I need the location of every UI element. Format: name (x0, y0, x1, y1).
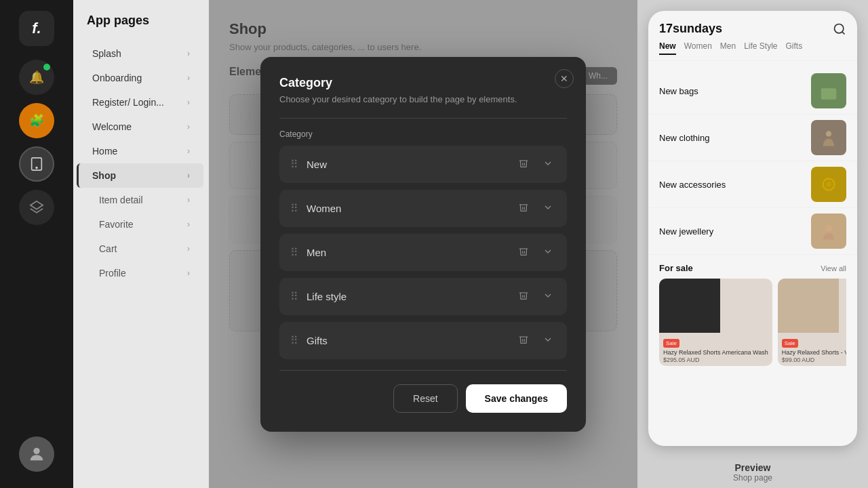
chevron-right-icon: › (187, 195, 190, 205)
drag-icon[interactable]: ⠿ (290, 334, 298, 347)
layers-icon[interactable] (19, 190, 54, 225)
product-thumbnail (811, 167, 846, 202)
sidebar-item-welcome[interactable]: Welcome › (79, 115, 203, 139)
product-name: New clothing (659, 133, 709, 143)
svg-point-6 (835, 24, 844, 33)
expand-category-button[interactable] (540, 155, 556, 174)
delete-category-button[interactable] (515, 243, 532, 262)
product-row-accessories: New accessories (648, 161, 857, 208)
delete-category-button[interactable] (515, 155, 532, 174)
chevron-right-icon: › (187, 98, 190, 107)
sidebar-item-shop[interactable]: Shop › (77, 163, 203, 188)
sidebar-item-item-detail[interactable]: Item detail › (79, 188, 203, 212)
sidebar-item-profile[interactable]: Profile › (79, 261, 203, 285)
phone-content: New bags New clothing (648, 61, 857, 446)
phone-nav-new[interactable]: New (659, 41, 676, 55)
modal-footer-divider (279, 370, 567, 371)
phone-header: 17sundays (648, 11, 857, 41)
tablet-icon[interactable] (19, 146, 54, 182)
puzzle-icon[interactable]: 🧩 (19, 103, 54, 138)
preview-panel: 17sundays New Women Men Life Style Gifts… (637, 0, 868, 488)
category-label: Women (307, 203, 341, 214)
expand-category-button[interactable] (540, 287, 556, 306)
sidebar-item-cart[interactable]: Cart › (79, 237, 203, 261)
svg-rect-8 (821, 88, 837, 100)
product-row-jewellery: New jewellery (648, 208, 857, 255)
drag-icon[interactable]: ⠿ (290, 246, 298, 259)
product-name: New jewellery (659, 226, 713, 237)
main-area: App pages Splash › Onboarding › Register… (73, 0, 868, 488)
product-row-clothing: New clothing (648, 115, 857, 161)
app-logo[interactable]: f. (19, 11, 54, 46)
expand-category-button[interactable] (540, 199, 556, 218)
expand-category-button[interactable] (540, 243, 556, 262)
sale-badge: Sale (782, 339, 798, 348)
category-label: New (307, 159, 327, 170)
phone-navigation: New Women Men Life Style Gifts (648, 41, 857, 61)
phone-nav-gifts[interactable]: Gifts (786, 41, 803, 55)
modal-subtitle: Choose your desired category to build th… (279, 94, 567, 104)
for-sale-title: For sale (659, 263, 693, 273)
phone-nav-women[interactable]: Women (684, 41, 712, 55)
for-sale-section: For sale View all Sale Hazy Relaxed Shor… (648, 255, 857, 370)
view-all-link[interactable]: View all (821, 264, 846, 272)
sidebar: f. 🔔 🧩 (0, 0, 73, 488)
drag-icon[interactable]: ⠿ (290, 158, 298, 171)
product-card: Sale Hazy Relaxed Shorts - Vintage Black… (778, 279, 846, 366)
svg-line-7 (842, 31, 845, 34)
modal-section-label: Category (279, 129, 567, 139)
sidebar-item-home[interactable]: Home › (79, 139, 203, 163)
delete-category-button[interactable] (515, 331, 532, 350)
category-item-new: ⠿ New (279, 146, 567, 183)
sidebar-item-register[interactable]: Register/ Login... › (79, 90, 203, 115)
drag-icon[interactable]: ⠿ (290, 290, 298, 303)
svg-point-11 (826, 182, 831, 187)
svg-point-3 (33, 448, 39, 454)
preview-label: Preview Shop page (637, 457, 868, 488)
phone-nav-lifestyle[interactable]: Life Style (744, 41, 777, 55)
svg-point-12 (825, 225, 832, 232)
category-modal: ✕ Category Choose your desired category … (260, 57, 586, 432)
preview-title: Preview (643, 462, 863, 473)
drag-icon[interactable]: ⠿ (290, 202, 298, 215)
category-label: Life style (307, 291, 347, 302)
category-label: Gifts (307, 335, 328, 346)
product-thumbnail (811, 214, 846, 249)
nav-panel-title: App pages (73, 14, 209, 28)
user-avatar[interactable] (19, 436, 54, 472)
modal-title: Category (279, 76, 567, 90)
nav-panel: App pages Splash › Onboarding › Register… (73, 0, 209, 488)
sale-badge: Sale (663, 339, 679, 348)
svg-marker-2 (31, 201, 43, 209)
product-card: Sale Hazy Relaxed Shorts Americana Wash … (659, 279, 772, 366)
product-cards: Sale Hazy Relaxed Shorts Americana Wash … (659, 279, 846, 366)
sidebar-item-splash[interactable]: Splash › (79, 41, 203, 66)
sidebar-item-favorite[interactable]: Favorite › (79, 212, 203, 237)
notification-icon[interactable]: 🔔 (19, 60, 54, 95)
category-item-women: ⠿ Women (279, 190, 567, 227)
expand-category-button[interactable] (540, 331, 556, 350)
chevron-right-icon: › (187, 73, 190, 83)
phone-nav-men[interactable]: Men (720, 41, 736, 55)
store-name: 17sundays (659, 22, 722, 36)
chevron-right-icon: › (187, 146, 190, 156)
modal-divider (279, 118, 567, 119)
product-row-bags: New bags (648, 68, 857, 115)
save-changes-button[interactable]: Save changes (466, 384, 567, 413)
category-item-men: ⠿ Men (279, 234, 567, 271)
reset-button[interactable]: Reset (393, 384, 458, 413)
chevron-right-icon: › (187, 268, 190, 278)
product-name: New bags (659, 86, 698, 96)
preview-sub-label: Shop page (643, 473, 863, 483)
phone-preview: 17sundays New Women Men Life Style Gifts… (648, 11, 857, 446)
delete-category-button[interactable] (515, 287, 532, 306)
sidebar-item-onboarding[interactable]: Onboarding › (79, 66, 203, 90)
product-card-price: $99.00 AUD (782, 357, 846, 363)
category-item-lifestyle: ⠿ Life style (279, 278, 567, 315)
chevron-right-icon: › (187, 122, 190, 131)
delete-category-button[interactable] (515, 199, 532, 218)
content-area: Shop Show your products, categories, ...… (209, 0, 637, 488)
modal-close-button[interactable]: ✕ (555, 69, 574, 88)
modal-footer: Reset Save changes (279, 384, 567, 413)
chevron-right-icon: › (187, 244, 190, 253)
